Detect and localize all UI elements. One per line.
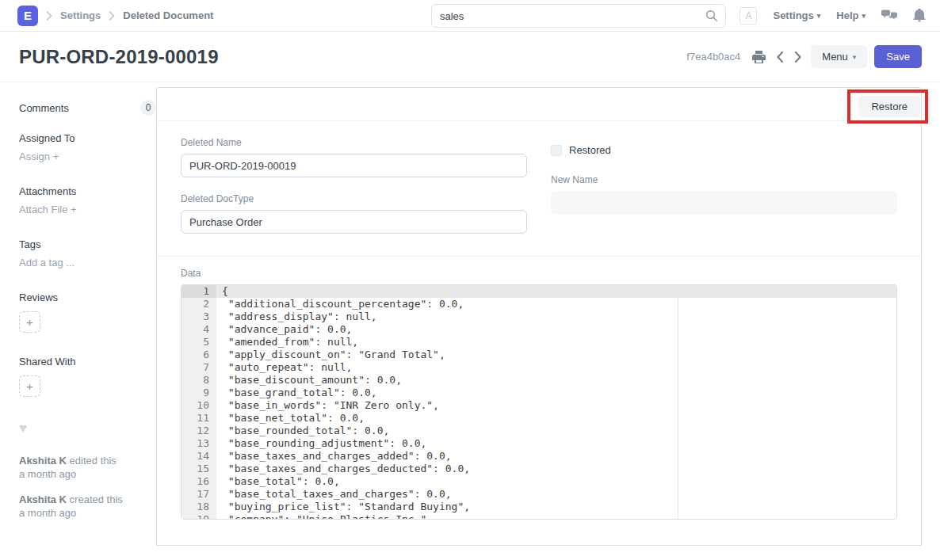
line-number: 12	[182, 425, 216, 437]
form-sidebar: Comments 0 Assigned To Assign + Attachme…	[0, 87, 156, 531]
code-line: 8 "base_discount_amount": 0.0,	[182, 374, 896, 387]
form-toolbar: Restore	[157, 88, 921, 121]
line-number: 18	[182, 501, 216, 513]
data-code-editor[interactable]: 1{2 "additional_discount_percentage": 0.…	[181, 284, 897, 520]
form-card: Restore Deleted Name Deleted DocType Res…	[156, 87, 922, 546]
code-text: "apply_discount_on": "Grand Total",	[216, 349, 445, 361]
print-icon[interactable]	[751, 49, 767, 65]
line-number: 10	[182, 399, 216, 412]
chevron-right-icon	[109, 11, 115, 21]
line-number: 11	[182, 412, 216, 425]
activity-when: a month ago	[19, 468, 76, 480]
breadcrumb-settings[interactable]: Settings	[60, 10, 101, 21]
page-head: PUR-ORD-2019-00019 f7ea4b0ac4 Menu ▾ Sav…	[0, 32, 940, 82]
search-input[interactable]	[432, 10, 705, 22]
line-number: 13	[182, 437, 216, 450]
comments-count-badge: 0	[140, 100, 156, 116]
menu-button-label: Menu	[822, 51, 848, 63]
deleted-name-input[interactable]	[181, 154, 527, 177]
line-number: 3	[182, 310, 216, 323]
code-line: 6 "apply_discount_on": "Grand Total",	[182, 349, 896, 361]
code-text: "base_taxes_and_charges_deducted": 0.0,	[216, 463, 470, 475]
code-text: "base_net_total": 0.0,	[216, 412, 365, 425]
settings-dropdown-label: Settings	[773, 10, 813, 21]
deleted-doctype-label: Deleted DocType	[181, 193, 527, 204]
page-actions: f7ea4b0ac4 Menu ▾ Save	[686, 45, 922, 68]
content: Comments 0 Assigned To Assign + Attachme…	[0, 87, 940, 546]
document-hash: f7ea4b0ac4	[686, 51, 740, 63]
code-line: 14 "base_taxes_and_charges_added": 0.0,	[182, 450, 896, 463]
activity-user[interactable]: Akshita K	[19, 493, 67, 505]
line-number: 1	[182, 285, 216, 298]
form-column-left: Deleted Name Deleted DocType	[181, 137, 527, 234]
code-line: 12 "base_rounded_total": 0.0,	[182, 425, 896, 437]
code-text: "base_total": 0.0,	[216, 475, 340, 488]
code-text: "company": "Unico Plastics Inc.",	[216, 513, 433, 520]
code-text: "base_rounding_adjustment": 0.0,	[216, 437, 426, 450]
like-heart-icon[interactable]: ♥	[19, 421, 156, 436]
restored-checkbox[interactable]	[551, 145, 562, 156]
code-text: "additional_discount_percentage": 0.0,	[216, 298, 464, 310]
reviews-section: Reviews +	[19, 291, 156, 333]
chevron-down-icon: ▾	[862, 12, 865, 20]
shared-with-section: Shared With +	[19, 356, 156, 397]
chat-icon[interactable]	[881, 9, 897, 22]
code-text: "base_discount_amount": 0.0,	[216, 374, 402, 387]
code-line: 18 "buying_price_list": "Standard Buying…	[182, 501, 896, 513]
help-dropdown[interactable]: Help ▾	[836, 10, 865, 21]
settings-dropdown[interactable]: Settings ▾	[773, 10, 820, 21]
share-button[interactable]: +	[19, 375, 40, 397]
code-text: "auto_repeat": null,	[216, 361, 352, 374]
code-line: 15 "base_taxes_and_charges_deducted": 0.…	[182, 463, 896, 475]
save-button[interactable]: Save	[874, 45, 922, 68]
restore-button[interactable]: Restore	[858, 96, 920, 117]
data-label: Data	[181, 268, 897, 279]
code-line: 17 "base_total_taxes_and_charges": 0.0,	[182, 488, 896, 501]
line-number: 4	[182, 323, 216, 336]
comments-label: Comments	[19, 102, 69, 114]
next-document-icon[interactable]	[793, 49, 804, 65]
deleted-name-field: Deleted Name	[181, 137, 527, 177]
deleted-doctype-input[interactable]	[181, 210, 527, 234]
code-text: "base_taxes_and_charges_added": 0.0,	[216, 450, 452, 463]
avatar[interactable]: A	[739, 7, 757, 25]
help-dropdown-label: Help	[836, 10, 858, 21]
attachments-label: Attachments	[19, 185, 156, 197]
menu-button[interactable]: Menu ▾	[811, 45, 867, 68]
activity-action: created this	[70, 493, 123, 505]
attach-file-button[interactable]: Attach File +	[19, 204, 156, 215]
line-number: 2	[182, 298, 216, 310]
chevron-down-icon: ▾	[817, 12, 821, 20]
line-number: 6	[182, 349, 216, 361]
app-logo[interactable]: E	[17, 6, 38, 26]
previous-document-icon[interactable]	[774, 49, 785, 65]
assigned-to-section: Assigned To Assign +	[19, 132, 156, 162]
notifications-bell-icon[interactable]	[913, 9, 926, 22]
code-text: "advance_paid": 0.0,	[216, 323, 352, 336]
code-line: 5 "amended_from": null,	[182, 336, 896, 349]
reviews-label: Reviews	[19, 291, 156, 303]
form-column-right: Restored New Name	[551, 137, 897, 234]
activity-action: edited this	[70, 455, 117, 467]
deleted-doctype-field: Deleted DocType	[181, 193, 527, 234]
comments-row[interactable]: Comments 0	[19, 100, 156, 116]
navbar-right: A Settings ▾ Help ▾	[739, 7, 926, 25]
search-icon[interactable]	[705, 10, 725, 22]
shared-with-label: Shared With	[19, 356, 156, 368]
restore-highlight-annotation: Restore	[847, 90, 928, 124]
code-text: "address_display": null,	[216, 310, 377, 323]
activity-created: Akshita K created this a month ago	[19, 493, 156, 520]
code-line: 11 "base_net_total": 0.0,	[182, 412, 896, 425]
add-review-button[interactable]: +	[19, 311, 40, 333]
assign-button[interactable]: Assign +	[19, 150, 156, 162]
code-text: "base_total_taxes_and_charges": 0.0,	[216, 488, 452, 501]
line-number: 9	[182, 387, 216, 399]
code-line: 13 "base_rounding_adjustment": 0.0,	[182, 437, 896, 450]
code-line: 2 "additional_discount_percentage": 0.0,	[182, 298, 896, 310]
chevron-right-icon	[46, 11, 52, 21]
add-tag-input[interactable]: Add a tag ...	[19, 257, 156, 269]
code-text: "buying_price_list": "Standard Buying",	[216, 501, 470, 513]
breadcrumb-deleted-document[interactable]: Deleted Document	[123, 10, 213, 21]
activity-user[interactable]: Akshita K	[19, 455, 67, 467]
global-search	[431, 4, 726, 28]
